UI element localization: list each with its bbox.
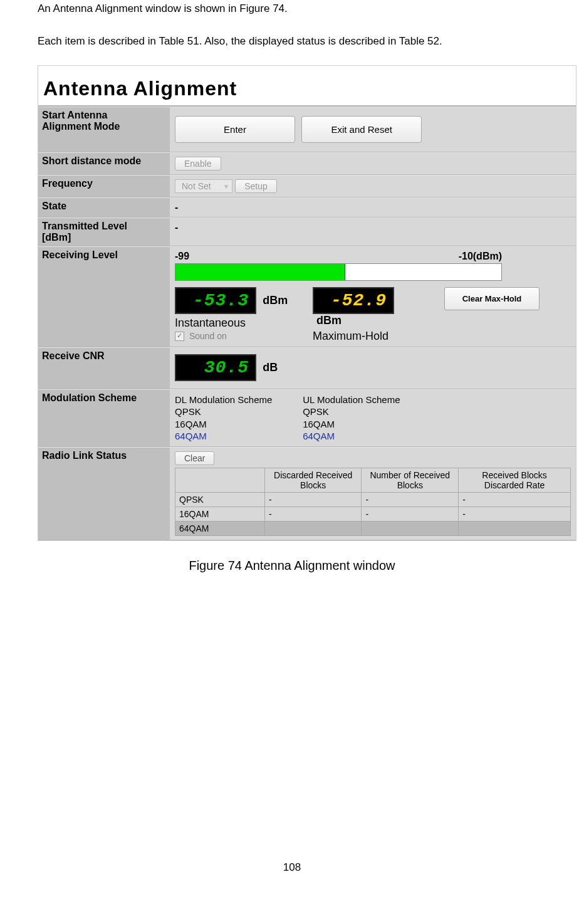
clear-button[interactable]: Clear bbox=[175, 451, 214, 465]
sound-on-label: Sound on bbox=[189, 331, 227, 341]
table-header-received: Number of Received Blocks bbox=[362, 468, 459, 492]
row-c2 bbox=[362, 521, 459, 535]
dl-qpsk: QPSK bbox=[175, 406, 300, 418]
figure-caption: Figure 74 Antenna Alignment window bbox=[38, 559, 546, 573]
page-number: 108 bbox=[38, 861, 546, 874]
row-name: 16QAM bbox=[175, 507, 265, 521]
maxhold-lcd: -52.9 bbox=[313, 287, 394, 314]
row-c3: - bbox=[459, 507, 571, 521]
chevron-down-icon: ▼ bbox=[223, 183, 229, 190]
row-c2: - bbox=[362, 507, 459, 521]
window-title: Antenna Alignment bbox=[38, 66, 576, 107]
table-header-discarded: Discarded Received Blocks bbox=[265, 468, 362, 492]
cnr-unit: dB bbox=[263, 361, 278, 374]
enable-button[interactable]: Enable bbox=[175, 157, 221, 171]
sound-on-checkbox[interactable]: ✓ bbox=[175, 332, 184, 341]
row-c3: - bbox=[459, 492, 571, 507]
frequency-select[interactable]: Not Set ▼ bbox=[175, 179, 232, 193]
state-value: - bbox=[175, 202, 178, 213]
frequency-select-value: Not Set bbox=[182, 181, 211, 191]
dl-modulation-block: DL Modulation Scheme QPSK 16QAM 64QAM bbox=[175, 394, 300, 443]
label-recv-cnr: Receive CNR bbox=[38, 348, 170, 389]
row-c1 bbox=[265, 521, 362, 535]
instantaneous-caption: Instantaneous bbox=[175, 317, 313, 330]
enter-button[interactable]: Enter bbox=[175, 116, 295, 143]
ul-header: UL Modulation Scheme bbox=[303, 394, 428, 406]
row-c2: - bbox=[362, 492, 459, 507]
label-recv-level: Receiving Level bbox=[38, 247, 170, 347]
row-name: QPSK bbox=[175, 492, 265, 507]
recv-level-bar bbox=[175, 263, 502, 281]
table-row: 64QAM bbox=[175, 521, 571, 535]
intro-line-2: Each item is described in Table 51. Also… bbox=[38, 33, 546, 50]
radio-link-table: Discarded Received Blocks Number of Rece… bbox=[175, 468, 571, 536]
maxhold-caption: Maximum-Hold bbox=[313, 330, 444, 343]
row-c1: - bbox=[265, 492, 362, 507]
cnr-lcd: 30.5 bbox=[175, 354, 256, 381]
tx-level-value: - bbox=[175, 222, 178, 233]
label-tx-level: Transmitted Level [dBm] bbox=[38, 218, 170, 245]
maxhold-unit: dBm bbox=[316, 314, 342, 327]
table-header-rate: Received Blocks Discarded Rate bbox=[459, 468, 571, 492]
label-short-distance: Short distance mode bbox=[38, 153, 170, 174]
label-state: State bbox=[38, 198, 170, 217]
intro-line-1: An Antenna Alignment window is shown in … bbox=[38, 0, 546, 17]
ul-qpsk: QPSK bbox=[303, 406, 428, 418]
recv-scale-max: -10(dBm) bbox=[459, 251, 502, 262]
ul-16qam: 16QAM bbox=[303, 418, 428, 431]
row-name: 64QAM bbox=[175, 521, 265, 535]
table-header-empty bbox=[175, 468, 265, 492]
row-c1: - bbox=[265, 507, 362, 521]
dl-64qam: 64QAM bbox=[175, 430, 300, 443]
antenna-alignment-window: Antenna Alignment Start Antenna Alignmen… bbox=[38, 65, 576, 540]
ul-64qam: 64QAM bbox=[303, 430, 428, 443]
label-radio-link: Radio Link Status bbox=[38, 448, 170, 540]
setup-button[interactable]: Setup bbox=[235, 179, 277, 193]
label-mod-scheme: Modulation Scheme bbox=[38, 390, 170, 446]
dl-16qam: 16QAM bbox=[175, 418, 300, 431]
label-start-mode: Start Antenna Alignment Mode bbox=[38, 107, 170, 152]
table-row: QPSK - - - bbox=[175, 492, 571, 507]
ul-modulation-block: UL Modulation Scheme QPSK 16QAM 64QAM bbox=[303, 394, 428, 443]
row-c3 bbox=[459, 521, 571, 535]
recv-level-bar-fill bbox=[175, 264, 345, 280]
dl-header: DL Modulation Scheme bbox=[175, 394, 300, 406]
instantaneous-lcd: -53.3 bbox=[175, 287, 256, 314]
table-row: 16QAM - - - bbox=[175, 507, 571, 521]
exit-reset-button[interactable]: Exit and Reset bbox=[301, 116, 422, 143]
label-frequency: Frequency bbox=[38, 176, 170, 197]
instantaneous-unit: dBm bbox=[263, 294, 288, 307]
clear-maxhold-button[interactable]: Clear Max-Hold bbox=[444, 287, 540, 310]
recv-scale-min: -99 bbox=[175, 251, 189, 262]
